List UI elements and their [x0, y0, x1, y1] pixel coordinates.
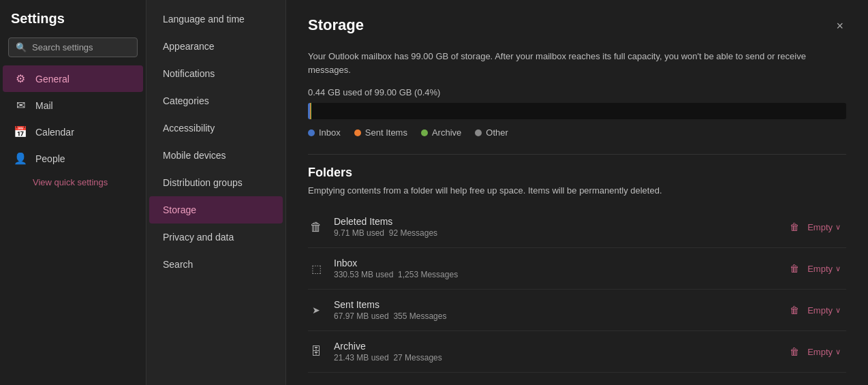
close-button[interactable]: × [833, 16, 846, 36]
settings-title: Settings [0, 11, 146, 37]
submenu-distribution-groups[interactable]: Distribution groups [149, 169, 283, 196]
sidebar-item-calendar[interactable]: 📅 Calendar [3, 119, 143, 145]
folder-details-sent-items: 67.97 MB used 355 Messages [334, 311, 446, 321]
sidebar-item-general[interactable]: ⚙ General [3, 65, 143, 92]
empty-button-archive[interactable]: Empty ∨ [802, 343, 846, 361]
mail-icon: ✉ [14, 99, 27, 112]
legend-dot-archive [421, 129, 428, 136]
folder-name-sent-items: Sent Items [334, 299, 446, 310]
folder-right-inbox: 🗑 Empty ∨ [790, 260, 846, 278]
chevron-down-icon: ∨ [835, 264, 841, 273]
folder-row-deleted-items: 🗑 Deleted Items 9.71 MB used 92 Messages… [308, 206, 846, 248]
legend-archive: Archive [421, 127, 461, 138]
empty-button-deleted-items[interactable]: Empty ∨ [802, 218, 846, 236]
trash-action-icon-sent: 🗑 [790, 305, 799, 315]
page-title: Storage [308, 16, 364, 34]
trash-action-icon-archive: 🗑 [790, 346, 799, 357]
trash-action-icon-inbox: 🗑 [790, 263, 799, 274]
sidebar-item-mail-label: Mail [35, 100, 53, 111]
folder-right-archive: 🗑 Empty ∨ [790, 343, 846, 361]
search-icon: 🔍 [16, 42, 27, 52]
main-content: Storage × Your Outlook mailbox has 99.00… [286, 0, 868, 385]
folder-right-sent-items: 🗑 Empty ∨ [790, 301, 846, 320]
legend-label-archive: Archive [432, 127, 461, 138]
legend-dot-inbox [308, 129, 315, 136]
submenu-appearance[interactable]: Appearance [149, 33, 283, 60]
sidebar-item-people[interactable]: 👤 People [3, 145, 143, 172]
folder-left-sent-items: ➤ Sent Items 67.97 MB used 355 Messages [308, 299, 446, 321]
submenu-categories[interactable]: Categories [149, 87, 283, 114]
content-header: Storage × [308, 16, 846, 36]
folders-title: Folders [308, 166, 846, 180]
storage-bar [308, 103, 846, 119]
legend-other: Other [475, 127, 508, 138]
legend-dot-other [475, 129, 482, 136]
section-divider [308, 154, 846, 155]
folder-details-deleted-items: 9.71 MB used 92 Messages [334, 228, 437, 238]
legend-inbox: Inbox [308, 127, 341, 138]
trash-action-icon-deleted: 🗑 [790, 221, 799, 232]
submenu-accessibility[interactable]: Accessibility [149, 114, 283, 142]
folder-name-inbox: Inbox [334, 258, 458, 268]
legend-dot-sent [354, 129, 361, 136]
legend-label-other: Other [486, 127, 508, 138]
chevron-down-icon: ∨ [835, 306, 841, 315]
people-icon: 👤 [14, 152, 27, 165]
folder-left-inbox: ⬚ Inbox 330.53 MB used 1,253 Messages [308, 258, 458, 279]
inbox-icon: ⬚ [308, 262, 324, 275]
calendar-icon: 📅 [14, 125, 27, 138]
folder-row-sent-items: ➤ Sent Items 67.97 MB used 355 Messages … [308, 290, 846, 331]
folders-subtitle: Emptying contents from a folder will hel… [308, 185, 846, 196]
submenu-privacy-and-data[interactable]: Privacy and data [149, 224, 283, 251]
sent-icon: ➤ [308, 305, 324, 315]
legend-label-sent: Sent Items [365, 127, 407, 138]
storage-legend: Inbox Sent Items Archive Other [308, 127, 846, 138]
folder-row-archive: 🗄 Archive 21.43 MB used 27 Messages 🗑 Em… [308, 331, 846, 373]
folder-details-archive: 21.43 MB used 27 Messages [334, 353, 442, 363]
folder-row-inbox: ⬚ Inbox 330.53 MB used 1,253 Messages 🗑 … [308, 248, 846, 290]
empty-button-sent-items[interactable]: Empty ∨ [802, 301, 846, 320]
search-box[interactable]: 🔍 Search settings [8, 37, 138, 57]
folder-info-inbox: Inbox 330.53 MB used 1,253 Messages [334, 258, 458, 279]
submenu-storage[interactable]: Storage [149, 196, 283, 224]
submenu-language-and-time[interactable]: Language and time [149, 5, 283, 33]
search-box-label: Search settings [32, 42, 93, 52]
storage-usage-label: 0.44 GB used of 99.00 GB (0.4%) [308, 87, 846, 97]
folder-right-deleted-items: 🗑 Empty ∨ [790, 218, 846, 236]
legend-sent-items: Sent Items [354, 127, 407, 138]
submenu-mobile-devices[interactable]: Mobile devices [149, 142, 283, 169]
folder-info-sent-items: Sent Items 67.97 MB used 355 Messages [334, 299, 446, 321]
folder-left-archive: 🗄 Archive 21.43 MB used 27 Messages [308, 341, 442, 363]
storage-info-text: Your Outlook mailbox has 99.00 GB of sto… [308, 50, 846, 76]
trash-icon: 🗑 [308, 220, 324, 234]
archive-icon: 🗄 [308, 345, 324, 358]
folder-info-deleted-items: Deleted Items 9.71 MB used 92 Messages [334, 216, 437, 238]
empty-button-inbox[interactable]: Empty ∨ [802, 260, 846, 278]
folder-left-deleted-items: 🗑 Deleted Items 9.71 MB used 92 Messages [308, 216, 437, 238]
folder-name-archive: Archive [334, 341, 442, 352]
general-submenu: Language and time Appearance Notificatio… [146, 0, 286, 385]
legend-label-inbox: Inbox [319, 127, 341, 138]
folder-details-inbox: 330.53 MB used 1,253 Messages [334, 270, 458, 279]
gear-icon: ⚙ [14, 72, 27, 85]
view-quick-settings-link[interactable]: View quick settings [0, 172, 146, 193]
sidebar-item-calendar-label: Calendar [35, 127, 74, 138]
sidebar-item-people-label: People [35, 153, 65, 164]
folder-info-archive: Archive 21.43 MB used 27 Messages [334, 341, 442, 363]
submenu-search[interactable]: Search [149, 251, 283, 278]
chevron-down-icon: ∨ [835, 223, 841, 232]
sidebar-item-mail[interactable]: ✉ Mail [3, 92, 143, 119]
submenu-notifications[interactable]: Notifications [149, 60, 283, 87]
settings-sidebar: Settings 🔍 Search settings ⚙ General ✉ M… [0, 0, 146, 385]
folder-name-deleted-items: Deleted Items [334, 216, 437, 227]
chevron-down-icon: ∨ [835, 348, 841, 356]
sidebar-item-general-label: General [35, 74, 69, 84]
